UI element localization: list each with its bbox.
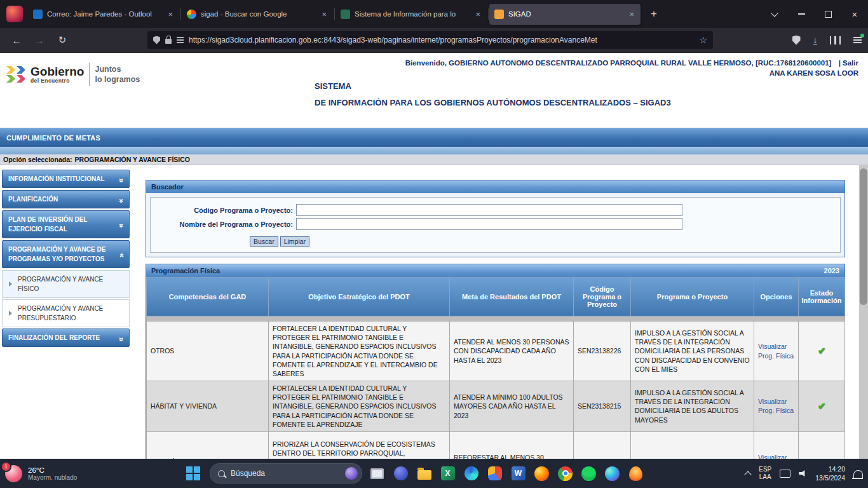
firefox-view-icon[interactable] xyxy=(6,6,23,22)
taskbar-app-orange[interactable] xyxy=(627,465,644,482)
col-codigo: Código Programa o Proyecto xyxy=(574,278,631,316)
permissions-icon[interactable] xyxy=(177,37,184,43)
taskbar-app-colorful[interactable] xyxy=(604,465,621,482)
visualizar-link[interactable]: Visualizar Prog. Física xyxy=(758,342,794,359)
breadcrumb-value: PROGRAMACIÓN Y AVANCE FÍSICO xyxy=(75,156,190,163)
visualizar-link[interactable]: Visualizar Prog. Física xyxy=(758,454,794,459)
tab-close-icon[interactable] xyxy=(628,10,635,19)
weather-widget[interactable]: 1 26°C Mayorm. nublado xyxy=(5,459,77,488)
forward-button[interactable] xyxy=(31,31,48,49)
notifications-bell-icon[interactable] xyxy=(853,470,863,478)
browser-tab-sigad-active[interactable]: SIGAD xyxy=(489,4,641,25)
maximize-button[interactable] xyxy=(815,0,841,28)
taskbar-app-spotify[interactable] xyxy=(580,465,597,482)
tracking-protection-shield-icon[interactable] xyxy=(153,36,160,44)
firefox-icon xyxy=(534,466,549,481)
outlook-favicon xyxy=(33,10,43,19)
spotify-icon xyxy=(581,466,596,481)
sidebar-subitem-avance-presupuestario[interactable]: PROGRAMACIÓN Y AVANCE PRESUPUESTARIO xyxy=(2,299,130,327)
bookmark-star-icon[interactable] xyxy=(699,35,707,45)
close-window-button[interactable] xyxy=(841,0,868,28)
tab-close-icon[interactable] xyxy=(166,10,174,19)
taskbar-app-window[interactable] xyxy=(369,465,386,482)
url-text: https://sigad3cloud.planificacion.gob.ec… xyxy=(189,36,694,44)
cell-opciones: Visualizar Prog. Física xyxy=(754,381,799,432)
search-highlight-icon xyxy=(345,467,358,480)
programacion-title: Programación Física xyxy=(151,267,220,274)
nombre-input[interactable] xyxy=(296,218,682,230)
sidebar-item-finalizacion-reporte[interactable]: FINALIZACIÓN DEL REPORTE xyxy=(2,329,130,347)
taskbar-app-file-explorer[interactable] xyxy=(416,465,433,482)
logout-link[interactable]: | Salir xyxy=(839,59,858,67)
buscar-button[interactable]: Buscar xyxy=(250,236,278,247)
taskbar-app-blue[interactable] xyxy=(392,465,409,482)
menu-item-cumplimiento[interactable]: CUMPLIMIENTO DE METAS xyxy=(0,134,100,142)
speaker-icon[interactable] xyxy=(799,470,807,477)
orange-app-icon xyxy=(629,466,642,481)
browser-tab-sistema[interactable]: Sistema de Información para lo xyxy=(336,4,487,25)
tab-title: sigad - Buscar con Google xyxy=(201,10,316,18)
sidebar-item-programacion-avance[interactable]: PROGRAMACIÓN Y AVANCE DE PROGRAMAS Y/O P… xyxy=(2,240,130,268)
visualizar-link[interactable]: Visualizar Prog. Física xyxy=(758,398,794,414)
library-icon[interactable] xyxy=(830,36,841,44)
language-indicator[interactable]: ESP LAA xyxy=(759,466,771,482)
system-title-line1: SISTEMA xyxy=(315,78,671,95)
secondary-menu-bar xyxy=(0,147,868,154)
search-label: Búsqueda xyxy=(231,469,265,478)
cell-opciones: Visualizar Prog. Física xyxy=(754,322,799,381)
taskbar-center: Búsqueda X W xyxy=(183,459,644,488)
chrome-icon xyxy=(558,466,573,481)
buscador-header: Buscador xyxy=(146,180,844,193)
buscador-fields: Código Programa o Proyecto: Nombre del P… xyxy=(150,197,841,253)
sidebar-item-plan-inversion[interactable]: PLAN DE INVERSIÓN DEL EJERCICIO FISCAL xyxy=(2,210,130,238)
main-panel: Buscador Código Programa o Proyecto: Nom… xyxy=(146,165,845,459)
scrollbar-thumb[interactable] xyxy=(860,168,867,305)
browser-tab-google[interactable]: sigad - Buscar con Google xyxy=(182,4,333,25)
tab-close-icon[interactable] xyxy=(320,10,328,19)
tab-separator xyxy=(180,8,181,20)
list-all-tabs-button[interactable] xyxy=(761,0,788,28)
codigo-input[interactable] xyxy=(296,204,682,216)
taskbar-app-firefox[interactable] xyxy=(533,465,550,482)
page-scrollbar[interactable] xyxy=(859,165,868,459)
taskbar-app-excel[interactable]: X xyxy=(439,465,456,482)
tab-separator xyxy=(334,8,335,20)
taskbar-app-chrome[interactable] xyxy=(557,465,574,482)
downloads-icon[interactable] xyxy=(813,36,818,44)
start-button[interactable] xyxy=(183,463,203,484)
welcome-block: Bienvenido, GOBIERNO AUTONOMO DESCENTRAL… xyxy=(405,59,858,77)
taskbar-app-word[interactable]: W xyxy=(510,465,527,482)
tab-close-icon[interactable] xyxy=(474,10,482,19)
taskbar-app-red[interactable] xyxy=(486,465,503,482)
taskbar-search[interactable]: Búsqueda xyxy=(210,463,362,484)
sidebar-item-informacion-institucional[interactable]: INFORMACIÓN INSTITUCIONAL xyxy=(2,170,130,188)
tray-chevron-up-icon[interactable] xyxy=(745,471,752,478)
browser-tab-outlook[interactable]: Correo: Jaime Paredes - Outlool xyxy=(28,4,179,25)
app-menu-icon[interactable] xyxy=(853,37,862,43)
welcome-text: Bienvenido, GOBIERNO AUTONOMO DESCENTRAL… xyxy=(405,59,832,67)
user-name: ANA KAREN SOSA LOOR xyxy=(405,69,858,77)
window-app-icon xyxy=(370,468,384,479)
clock[interactable]: 14:20 13/5/2024 xyxy=(815,464,845,482)
privacy-extension-icon[interactable] xyxy=(792,36,801,45)
buscador-panel: Buscador Código Programa o Proyecto: Nom… xyxy=(146,180,845,257)
lock-icon[interactable] xyxy=(165,39,172,44)
site-header: Gobierno del Encuentro Juntos lo logramo… xyxy=(0,53,868,128)
limpiar-button[interactable]: Limpiar xyxy=(280,236,309,247)
url-bar[interactable]: https://sigad3cloud.planificacion.gob.ec… xyxy=(147,31,713,49)
taskbar-app-edge[interactable] xyxy=(463,465,480,482)
new-tab-button[interactable] xyxy=(645,5,663,23)
weather-icon: 1 xyxy=(5,465,22,482)
reload-button[interactable] xyxy=(53,31,71,49)
minimize-button[interactable] xyxy=(788,0,815,28)
back-button[interactable] xyxy=(8,31,25,49)
table-row: GESTIÓN AMBIENTAL PRIORIZAR LA CONSERVAC… xyxy=(147,431,845,459)
display-icon[interactable] xyxy=(780,470,790,478)
browser-tab-bar: Correo: Jaime Paredes - Outlool sigad - … xyxy=(0,0,868,28)
table-header-row: Competencias del GAD Objetivo Estratégic… xyxy=(147,278,845,316)
sidebar-subitem-avance-fisico[interactable]: PROGRAMACIÓN Y AVANCE FÍSICO xyxy=(2,270,130,298)
cell-objetivo: FORTALECER LA IDENTIDAD CULTURAL Y PROTE… xyxy=(269,322,450,381)
sidebar-item-planificacion[interactable]: PLANIFICACIÓN xyxy=(2,190,130,208)
table-spacer-row xyxy=(147,316,845,322)
cell-codigo: SEN23138202 xyxy=(574,431,631,459)
